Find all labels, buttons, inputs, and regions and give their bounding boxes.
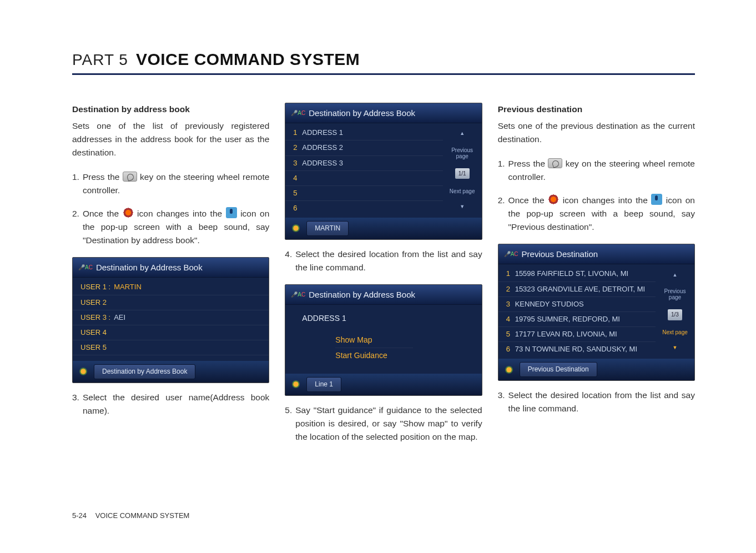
column-1: Destination by address book Sets one of … xyxy=(72,103,269,454)
address-list: 1ADDRESS 1 2ADDRESS 2 3ADDRESS 3 4 5 6 xyxy=(285,123,442,218)
list-item[interactable]: 5 xyxy=(285,186,442,201)
voice-status-icon xyxy=(78,366,88,376)
step-text: icon changes into the xyxy=(137,209,226,218)
prev-page-label[interactable]: Previous page xyxy=(658,288,692,300)
option-start-guidance[interactable]: Start Guidance xyxy=(335,348,413,364)
pager-sidebar: ▲ Previous page 1/3 Next page ▼ xyxy=(656,264,694,359)
subhead-dest-address-book: Destination by address book xyxy=(72,103,269,116)
row-label: USER 1 : xyxy=(80,281,110,293)
screenshot-title-bar: 🎤AC Destination by Address Book xyxy=(285,103,481,123)
page-number: 5-24 xyxy=(72,511,87,520)
list-item[interactable]: 3KENNEDY STUDIOS xyxy=(498,297,656,312)
screenshot-title: Destination by Address Book xyxy=(309,288,415,301)
step-number: 3. xyxy=(72,391,83,418)
step-number: 1. xyxy=(72,170,83,197)
option-show-map[interactable]: Show Map xyxy=(335,333,413,349)
screenshot-address-options: 🎤AC Destination by Address Book ADDRESS … xyxy=(285,284,482,396)
list-item[interactable]: USER 4 xyxy=(73,325,269,340)
list-item[interactable]: 4 xyxy=(285,171,442,186)
page-footer: 5-24 VOICE COMMAND SYSTEM xyxy=(72,511,189,520)
step-text: Say "Start guidance" if guidance to the … xyxy=(295,404,482,444)
voice-status-icon xyxy=(291,379,301,389)
list-item[interactable]: USER 2 xyxy=(73,295,269,310)
row-value: 73 N TOWNLINE RD, SANDUSKY, MI xyxy=(515,344,637,355)
screenshot-title-bar: 🎤AC Previous Destination xyxy=(498,244,694,264)
subhead-previous-destination: Previous destination xyxy=(498,103,695,116)
list-item[interactable]: 1ADDRESS 1 xyxy=(285,125,442,140)
next-page-label[interactable]: Next page xyxy=(450,188,475,194)
screenshot-title: Previous Destination xyxy=(522,248,598,260)
list-item[interactable]: 2ADDRESS 2 xyxy=(285,140,442,155)
prev-page-label[interactable]: Previous page xyxy=(445,147,480,159)
list-item[interactable]: USER 5 xyxy=(73,340,269,355)
talk-key-icon xyxy=(548,158,562,168)
step-text: Press the xyxy=(83,172,123,182)
arrow-down-icon[interactable]: ▼ xyxy=(673,344,678,352)
row-value: ADDRESS 2 xyxy=(302,142,343,153)
row-label: USER 2 xyxy=(80,297,107,308)
pager-sidebar: ▲ Previous page 1/1 Next page ▼ xyxy=(443,123,482,218)
list-item[interactable]: 673 N TOWNLINE RD, SANDUSKY, MI xyxy=(498,342,656,356)
row-value: MARTIN xyxy=(114,281,142,293)
row-value: 15598 FAIRFIELD ST, LIVONIA, MI xyxy=(515,268,628,279)
screenshot-footer: Line 1 xyxy=(285,374,481,395)
talk-key-icon xyxy=(123,172,137,182)
step-1: 1. Press the key on the steering wheel r… xyxy=(72,170,269,197)
list-item[interactable]: USER 1 : MARTIN xyxy=(73,280,269,295)
row-index: 2 xyxy=(293,142,299,153)
screenshot-address-list: 🎤AC Destination by Address Book 1ADDRESS… xyxy=(285,103,482,240)
list-item[interactable]: 517177 LEVAN RD, LIVONIA, MI xyxy=(498,327,656,342)
step-text: Press the xyxy=(508,159,548,168)
listening-icon xyxy=(123,207,134,218)
voice-status-icon xyxy=(504,365,514,375)
row-index: 4 xyxy=(506,314,512,325)
list-item[interactable]: 3ADDRESS 3 xyxy=(285,156,442,171)
step-text: Select the desired location from the lis… xyxy=(508,389,695,415)
list-item[interactable]: 215323 GRANDVILLE AVE, DETROIT, MI xyxy=(498,282,656,297)
screenshot-title: Destination by Address Book xyxy=(96,261,203,274)
list-item[interactable]: 115598 FAIRFIELD ST, LIVONIA, MI xyxy=(498,267,656,281)
row-label: USER 5 xyxy=(80,342,107,353)
arrow-down-icon[interactable]: ▼ xyxy=(460,203,465,211)
step-3: 3. Select the desired location from the … xyxy=(498,389,695,415)
ac-icon: 🎤AC xyxy=(78,263,93,272)
next-page-label[interactable]: Next page xyxy=(662,329,688,335)
list-item[interactable]: 6 xyxy=(285,201,442,215)
column-2: 🎤AC Destination by Address Book 1ADDRESS… xyxy=(285,103,482,454)
row-label: USER 4 xyxy=(80,327,107,338)
step-text: icon changes into the xyxy=(563,195,652,205)
list-item[interactable]: 419795 SUMNER, REDFORD, MI xyxy=(498,312,656,327)
command-pill: Destination by Address Book xyxy=(94,364,195,379)
screenshot-title-bar: 🎤AC Destination by Address Book xyxy=(73,258,269,278)
step-number: 2. xyxy=(498,194,508,234)
row-index: 3 xyxy=(506,299,512,310)
row-value: 17177 LEVAN RD, LIVONIA, MI xyxy=(515,329,617,340)
ac-icon: 🎤AC xyxy=(291,109,305,118)
arrow-up-icon[interactable]: ▲ xyxy=(460,130,465,138)
step-number: 4. xyxy=(285,248,295,274)
row-index: 6 xyxy=(293,203,299,214)
intro-text: Sets one of the list of previously regis… xyxy=(72,119,269,159)
arrow-up-icon[interactable]: ▲ xyxy=(673,272,678,279)
command-pill: Previous Destination xyxy=(520,362,597,377)
step-text: Select the desired user name(Address boo… xyxy=(83,391,269,418)
mic-icon xyxy=(226,207,237,218)
row-index: 6 xyxy=(506,344,512,355)
command-pill: MARTIN xyxy=(306,221,349,236)
step-5: 5. Say "Start guidance" if guidance to t… xyxy=(285,404,482,444)
step-text: Once the xyxy=(83,209,123,218)
row-index: 2 xyxy=(506,284,512,295)
row-index: 4 xyxy=(293,173,299,184)
row-index: 1 xyxy=(293,127,299,138)
step-number: 5. xyxy=(285,404,295,444)
step-number: 2. xyxy=(72,207,83,247)
screenshot-title-bar: 🎤AC Destination by Address Book xyxy=(285,285,481,305)
screenshot-footer: Previous Destination xyxy=(498,359,694,380)
list-item[interactable]: USER 3 : AEI xyxy=(73,310,269,325)
selected-address: ADDRESS 1 xyxy=(302,313,465,325)
row-value: KENNEDY STUDIOS xyxy=(515,299,584,310)
row-value: 15323 GRANDVILLE AVE, DETROIT, MI xyxy=(515,284,646,295)
part-label: PART 5 xyxy=(72,51,128,69)
ac-icon: 🎤AC xyxy=(504,250,518,259)
page-indicator: 1/1 xyxy=(455,168,470,179)
